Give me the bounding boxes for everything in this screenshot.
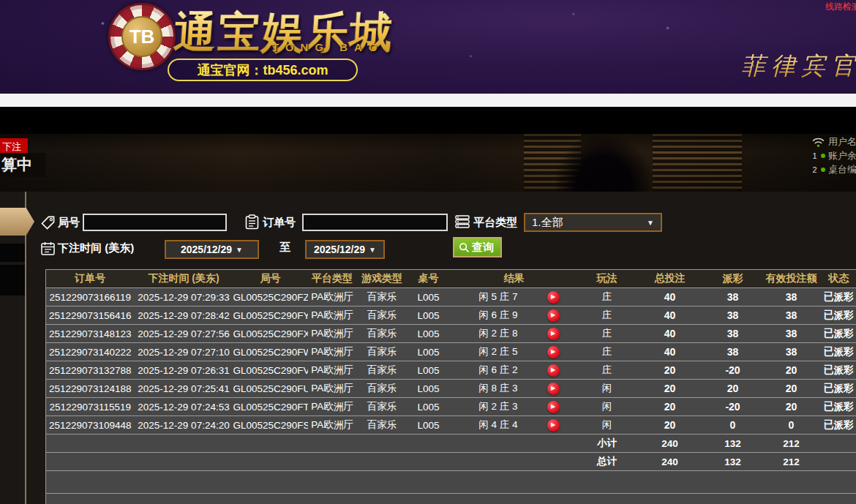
cell-valid-bet: 0	[762, 416, 822, 435]
sum-valid-bet: 212	[762, 435, 822, 453]
sidebar-stub	[0, 244, 25, 262]
cell-platform: PA欧洲厅	[308, 380, 357, 398]
cell-platform: PA欧洲厅	[308, 398, 357, 416]
col-header: 平台类型	[308, 270, 357, 288]
cell-play-type: 庄	[579, 325, 636, 343]
date-from-select[interactable]: 2025/12/29 ▼	[165, 240, 259, 259]
empty-cell	[46, 494, 856, 504]
divider-strip-light	[0, 94, 856, 107]
cell-payout: 38	[705, 306, 762, 325]
cell-play-type: 闲	[579, 416, 636, 435]
table-row: 2512290731155192025-12-29 07:24:53GL0052…	[46, 398, 856, 416]
replay-play-icon[interactable]: ▶	[547, 346, 560, 358]
cell-payout: 38	[705, 325, 762, 343]
divider-strip-dark	[0, 107, 856, 134]
col-header: 总投注	[636, 270, 705, 288]
result-text: 闲 5 庄 7	[450, 290, 547, 304]
chevron-down-icon: ▼	[369, 246, 376, 254]
status-dot-icon	[821, 168, 825, 172]
cell-game-type: 百家乐	[357, 416, 408, 435]
replay-play-icon[interactable]: ▶	[547, 419, 560, 432]
cell-total-bet: 20	[636, 361, 705, 380]
order-input[interactable]	[302, 214, 448, 231]
cell-total-bet: 40	[636, 306, 705, 325]
cell-status: 已派彩	[822, 361, 856, 380]
calendar-icon	[41, 241, 55, 255]
official-site-pill: 通宝官网：tb456.com	[168, 59, 358, 81]
cell-table-no: L005	[408, 306, 450, 325]
cell-table-no: L005	[408, 380, 450, 398]
cell-status: 已派彩	[822, 325, 856, 343]
date-from-value: 2025/12/29	[181, 244, 232, 255]
game-info-label: 账户余额	[828, 149, 856, 162]
table-row: 2512290731402222025-12-29 07:27:10GL0052…	[46, 343, 856, 361]
cell-result: 闲 6 庄 2▶	[450, 361, 579, 380]
sum-payout: 132	[705, 435, 762, 453]
platform-server-icon	[455, 215, 470, 228]
round-filter-label: 局号	[58, 216, 80, 230]
cell-valid-bet: 38	[762, 306, 822, 325]
line-check-link[interactable]: 线路检测	[825, 1, 856, 12]
result-text: 闲 2 庄 8	[450, 327, 547, 340]
cell-play-type: 闲	[579, 398, 636, 416]
replay-play-icon[interactable]: ▶	[547, 401, 560, 413]
cell-status: 已派彩	[822, 306, 856, 325]
replay-play-icon[interactable]: ▶	[547, 309, 560, 322]
betting-records-page: 线路检测 TB 通宝娱乐城 TONG BAO 通宝官网：tb456.com 菲律…	[0, 0, 856, 504]
game-info-row: 2 桌台编号	[811, 163, 856, 176]
date-to-select[interactable]: 2025/12/29 ▼	[305, 240, 385, 259]
cell-bet-time: 2025-12-29 07:26:31	[135, 361, 233, 380]
cell-bet-time: 2025-12-29 07:24:53	[135, 398, 233, 416]
cell-bet-time: 2025-12-29 07:27:10	[135, 343, 233, 361]
live-game-strip: 下注 算中 用户名称 1 账户余额 2 桌台编号	[0, 134, 856, 192]
result-text: 闲 6 庄 2	[450, 364, 547, 377]
cell-valid-bet: 38	[762, 343, 822, 361]
cell-status: 已派彩	[822, 288, 856, 306]
round-input[interactable]	[83, 214, 227, 231]
cell-play-type: 庄	[579, 361, 636, 380]
cell-status: 已派彩	[822, 416, 856, 435]
cell-game-type: 百家乐	[357, 288, 408, 306]
cell-bet-time: 2025-12-29 07:27:56	[135, 325, 233, 343]
sum-status-spacer	[822, 435, 856, 453]
sum-total-bet: 240	[636, 453, 705, 471]
cell-round: GL00525C290FV	[233, 361, 308, 380]
query-button[interactable]: 查询	[453, 237, 502, 257]
col-header: 订单号	[46, 270, 135, 288]
platform-select[interactable]: 1.全部 ▼	[524, 213, 662, 232]
cell-total-bet: 20	[636, 398, 705, 416]
table-header-row: 订单号下注时间 (美东)局号平台类型游戏类型桌号结果玩法总投注派彩有效投注额状态	[46, 270, 856, 288]
total-row: 总计240132212	[46, 453, 856, 471]
sidebar-collapse-tab[interactable]	[0, 208, 34, 236]
cell-platform: PA欧洲厅	[308, 343, 357, 361]
cell-game-type: 百家乐	[357, 398, 408, 416]
cell-order: 251229073140222	[46, 343, 135, 361]
result-text: 闲 8 庄 3	[450, 382, 547, 395]
cell-round: GL00525C290FX	[233, 325, 308, 343]
cell-result: 闲 6 庄 9▶	[450, 306, 579, 325]
cell-order: 251229073166119	[46, 288, 135, 306]
table-row: 2512290731094482025-12-29 07:24:20GL0052…	[46, 416, 856, 435]
cell-platform: PA欧洲厅	[308, 325, 357, 343]
cell-game-type: 百家乐	[357, 361, 408, 380]
replay-play-icon[interactable]: ▶	[547, 291, 560, 304]
cell-total-bet: 20	[636, 416, 705, 435]
chevron-down-icon: ▼	[647, 219, 654, 227]
game-info-label: 桌台编号	[828, 163, 856, 176]
col-header: 结果	[450, 270, 579, 288]
cell-order: 251229073124188	[46, 380, 135, 398]
col-header: 桌号	[408, 270, 450, 288]
cell-status: 已派彩	[822, 398, 856, 416]
order-filter-label: 订单号	[263, 216, 296, 230]
cell-payout: -20	[705, 398, 762, 416]
cell-payout: 0	[705, 416, 762, 435]
replay-play-icon[interactable]: ▶	[547, 364, 560, 377]
cell-result: 闲 5 庄 7▶	[450, 288, 579, 306]
cell-payout: 38	[705, 343, 762, 361]
col-header: 游戏类型	[357, 270, 408, 288]
replay-play-icon[interactable]: ▶	[547, 328, 560, 340]
table-row: 2512290731241882025-12-29 07:25:41GL0052…	[46, 380, 856, 398]
cell-round: GL00525C290FU	[233, 380, 308, 398]
replay-play-icon[interactable]: ▶	[547, 383, 560, 395]
cell-result: 闲 4 庄 4▶	[450, 416, 579, 435]
